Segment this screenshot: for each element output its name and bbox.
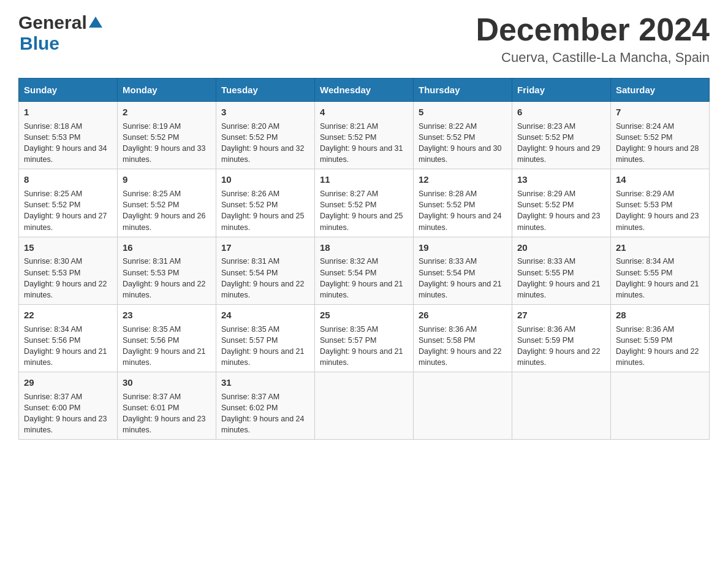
sunset-text: Sunset: 5:52 PM — [320, 133, 376, 142]
sunset-text: Sunset: 5:58 PM — [419, 336, 475, 345]
sunset-text: Sunset: 5:52 PM — [123, 133, 179, 142]
day-number: 3 — [221, 105, 309, 119]
sunset-text: Sunset: 5:52 PM — [616, 133, 672, 142]
calendar-table: SundayMondayTuesdayWednesdayThursdayFrid… — [18, 78, 710, 440]
day-number: 13 — [517, 173, 605, 186]
sunrise-text: Sunrise: 8:35 AM — [221, 325, 279, 334]
page-header: General Blue December 2024 Cuerva, Casti… — [18, 12, 710, 66]
sunset-text: Sunset: 5:52 PM — [221, 133, 278, 142]
sunrise-text: Sunrise: 8:35 AM — [123, 325, 181, 334]
daylight-text: Daylight: 9 hours and 23 minutes. — [517, 212, 601, 231]
daylight-text: Daylight: 9 hours and 28 minutes. — [616, 144, 699, 164]
sunrise-text: Sunrise: 8:36 AM — [419, 325, 477, 334]
calendar-cell — [611, 372, 710, 440]
sunrise-text: Sunrise: 8:29 AM — [616, 190, 674, 198]
daylight-text: Daylight: 9 hours and 25 minutes. — [320, 212, 403, 231]
calendar-cell: 27Sunrise: 8:36 AMSunset: 5:59 PMDayligh… — [512, 304, 611, 372]
day-number: 10 — [221, 173, 309, 186]
daylight-text: Daylight: 9 hours and 21 minutes. — [123, 347, 206, 367]
day-number: 9 — [123, 173, 211, 186]
day-number: 26 — [419, 308, 507, 322]
day-number: 27 — [517, 308, 605, 322]
calendar-week-row: 15Sunrise: 8:30 AMSunset: 5:53 PMDayligh… — [19, 237, 710, 304]
daylight-text: Daylight: 9 hours and 33 minutes. — [123, 144, 206, 164]
daylight-text: Daylight: 9 hours and 21 minutes. — [419, 280, 502, 299]
daylight-text: Daylight: 9 hours and 25 minutes. — [221, 212, 305, 231]
sunrise-text: Sunrise: 8:26 AM — [221, 190, 279, 198]
sunset-text: Sunset: 5:52 PM — [24, 201, 80, 209]
daylight-text: Daylight: 9 hours and 22 minutes. — [24, 280, 107, 299]
sunset-text: Sunset: 6:00 PM — [24, 404, 80, 412]
daylight-text: Daylight: 9 hours and 24 minutes. — [419, 212, 502, 231]
sunrise-text: Sunrise: 8:33 AM — [419, 257, 477, 266]
calendar-week-row: 8Sunrise: 8:25 AMSunset: 5:52 PMDaylight… — [19, 169, 710, 237]
day-number: 8 — [24, 173, 112, 186]
calendar-cell — [512, 372, 611, 440]
sunset-text: Sunset: 5:53 PM — [24, 133, 80, 142]
calendar-cell: 28Sunrise: 8:36 AMSunset: 5:59 PMDayligh… — [611, 304, 710, 372]
title-block: December 2024 Cuerva, Castille-La Mancha… — [476, 12, 710, 66]
daylight-text: Daylight: 9 hours and 22 minutes. — [419, 347, 502, 367]
sunrise-text: Sunrise: 8:37 AM — [123, 393, 181, 401]
subtitle: Cuerva, Castille-La Mancha, Spain — [476, 50, 710, 66]
day-number: 6 — [517, 105, 605, 119]
daylight-text: Daylight: 9 hours and 22 minutes. — [517, 347, 601, 367]
sunset-text: Sunset: 6:01 PM — [123, 404, 179, 412]
daylight-text: Daylight: 9 hours and 21 minutes. — [221, 347, 305, 367]
calendar-cell: 30Sunrise: 8:37 AMSunset: 6:01 PMDayligh… — [118, 372, 216, 440]
calendar-cell: 26Sunrise: 8:36 AMSunset: 5:58 PMDayligh… — [414, 304, 512, 372]
sunset-text: Sunset: 5:54 PM — [320, 269, 376, 277]
sunrise-text: Sunrise: 8:34 AM — [24, 325, 82, 334]
day-number: 17 — [221, 241, 309, 255]
daylight-text: Daylight: 9 hours and 23 minutes. — [24, 415, 107, 434]
calendar-cell: 11Sunrise: 8:27 AMSunset: 5:52 PMDayligh… — [315, 169, 414, 237]
calendar-day-header: Friday — [512, 79, 611, 102]
logo-triangle-icon — [89, 17, 102, 30]
daylight-text: Daylight: 9 hours and 30 minutes. — [419, 144, 502, 164]
sunset-text: Sunset: 6:02 PM — [221, 404, 278, 412]
calendar-cell: 6Sunrise: 8:23 AMSunset: 5:52 PMDaylight… — [512, 102, 611, 169]
daylight-text: Daylight: 9 hours and 24 minutes. — [221, 415, 305, 434]
calendar-cell: 1Sunrise: 8:18 AMSunset: 5:53 PMDaylight… — [19, 102, 118, 169]
sunrise-text: Sunrise: 8:25 AM — [123, 190, 181, 198]
sunset-text: Sunset: 5:52 PM — [517, 133, 574, 142]
calendar-cell: 31Sunrise: 8:37 AMSunset: 6:02 PMDayligh… — [216, 372, 315, 440]
svg-marker-0 — [89, 17, 102, 28]
sunrise-text: Sunrise: 8:32 AM — [320, 257, 378, 266]
sunrise-text: Sunrise: 8:35 AM — [320, 325, 378, 334]
sunset-text: Sunset: 5:53 PM — [616, 201, 672, 209]
calendar-cell: 25Sunrise: 8:35 AMSunset: 5:57 PMDayligh… — [315, 304, 414, 372]
calendar-day-header: Tuesday — [216, 79, 315, 102]
sunrise-text: Sunrise: 8:33 AM — [517, 257, 575, 266]
calendar-week-row: 29Sunrise: 8:37 AMSunset: 6:00 PMDayligh… — [19, 372, 710, 440]
day-number: 22 — [24, 308, 112, 322]
sunset-text: Sunset: 5:52 PM — [419, 201, 475, 209]
sunrise-text: Sunrise: 8:30 AM — [24, 257, 82, 266]
sunset-text: Sunset: 5:52 PM — [419, 133, 475, 142]
daylight-text: Daylight: 9 hours and 29 minutes. — [517, 144, 601, 164]
daylight-text: Daylight: 9 hours and 23 minutes. — [123, 415, 206, 434]
daylight-text: Daylight: 9 hours and 32 minutes. — [221, 144, 305, 164]
daylight-text: Daylight: 9 hours and 22 minutes. — [221, 280, 305, 299]
day-number: 20 — [517, 241, 605, 255]
calendar-cell: 21Sunrise: 8:34 AMSunset: 5:55 PMDayligh… — [611, 237, 710, 304]
calendar-day-header: Sunday — [19, 79, 118, 102]
day-number: 2 — [123, 105, 211, 119]
calendar-day-header: Saturday — [611, 79, 710, 102]
sunrise-text: Sunrise: 8:28 AM — [419, 190, 477, 198]
sunrise-text: Sunrise: 8:29 AM — [517, 190, 575, 198]
day-number: 11 — [320, 173, 408, 186]
calendar-header-row: SundayMondayTuesdayWednesdayThursdayFrid… — [19, 79, 710, 102]
sunrise-text: Sunrise: 8:23 AM — [517, 122, 575, 131]
day-number: 30 — [123, 376, 211, 389]
calendar-cell: 5Sunrise: 8:22 AMSunset: 5:52 PMDaylight… — [414, 102, 512, 169]
daylight-text: Daylight: 9 hours and 26 minutes. — [123, 212, 206, 231]
calendar-cell: 19Sunrise: 8:33 AMSunset: 5:54 PMDayligh… — [414, 237, 512, 304]
calendar-cell: 3Sunrise: 8:20 AMSunset: 5:52 PMDaylight… — [216, 102, 315, 169]
daylight-text: Daylight: 9 hours and 21 minutes. — [320, 280, 403, 299]
sunrise-text: Sunrise: 8:24 AM — [616, 122, 674, 131]
sunset-text: Sunset: 5:55 PM — [517, 269, 574, 277]
day-number: 16 — [123, 241, 211, 255]
calendar-day-header: Thursday — [414, 79, 512, 102]
logo-general-text: General — [18, 12, 87, 33]
